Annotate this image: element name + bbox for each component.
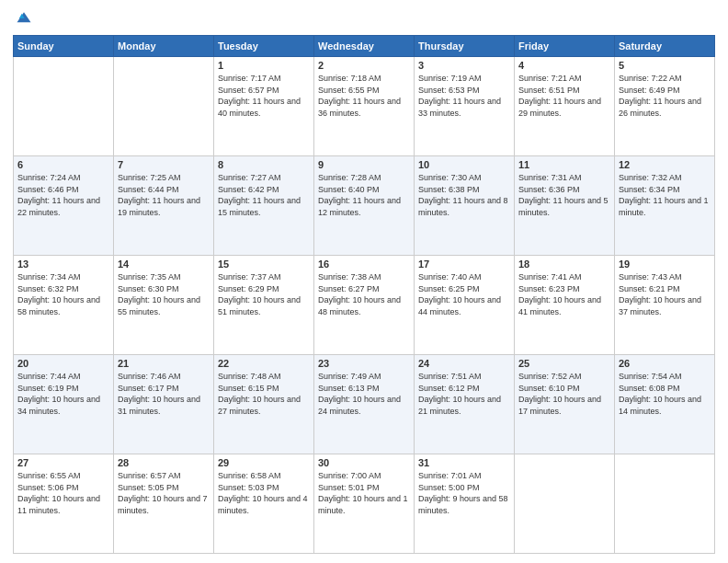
day-info: Sunrise: 7:54 AM Sunset: 6:08 PM Dayligh… bbox=[619, 371, 711, 417]
day-info: Sunrise: 7:34 AM Sunset: 6:32 PM Dayligh… bbox=[17, 271, 109, 317]
calendar-cell: 20Sunrise: 7:44 AM Sunset: 6:19 PM Dayli… bbox=[14, 355, 114, 454]
calendar-cell: 29Sunrise: 6:58 AM Sunset: 5:03 PM Dayli… bbox=[214, 454, 314, 554]
day-number: 12 bbox=[619, 159, 711, 170]
day-of-week-header: Sunday bbox=[14, 36, 114, 57]
day-info: Sunrise: 7:37 AM Sunset: 6:29 PM Dayligh… bbox=[218, 271, 310, 317]
day-number: 30 bbox=[318, 457, 410, 468]
day-info: Sunrise: 7:31 AM Sunset: 6:36 PM Dayligh… bbox=[518, 172, 610, 218]
day-number: 18 bbox=[518, 259, 610, 270]
calendar-cell: 4Sunrise: 7:21 AM Sunset: 6:51 PM Daylig… bbox=[515, 57, 615, 156]
day-number: 24 bbox=[418, 358, 510, 369]
day-info: Sunrise: 7:51 AM Sunset: 6:12 PM Dayligh… bbox=[418, 371, 510, 417]
day-info: Sunrise: 7:40 AM Sunset: 6:25 PM Dayligh… bbox=[418, 271, 510, 317]
day-number: 23 bbox=[318, 358, 410, 369]
day-info: Sunrise: 7:52 AM Sunset: 6:10 PM Dayligh… bbox=[518, 371, 610, 417]
day-info: Sunrise: 7:43 AM Sunset: 6:21 PM Dayligh… bbox=[619, 271, 711, 317]
day-number: 29 bbox=[218, 457, 310, 468]
day-number: 27 bbox=[17, 457, 109, 468]
day-info: Sunrise: 6:55 AM Sunset: 5:06 PM Dayligh… bbox=[17, 470, 109, 516]
page: SundayMondayTuesdayWednesdayThursdayFrid… bbox=[0, 0, 728, 563]
day-of-week-header: Saturday bbox=[615, 36, 715, 57]
calendar-header-row: SundayMondayTuesdayWednesdayThursdayFrid… bbox=[14, 36, 715, 57]
day-info: Sunrise: 7:44 AM Sunset: 6:19 PM Dayligh… bbox=[17, 371, 109, 417]
day-info: Sunrise: 7:48 AM Sunset: 6:15 PM Dayligh… bbox=[218, 371, 310, 417]
day-info: Sunrise: 6:58 AM Sunset: 5:03 PM Dayligh… bbox=[218, 470, 310, 516]
calendar-cell bbox=[114, 57, 214, 156]
day-of-week-header: Wednesday bbox=[314, 36, 415, 57]
calendar-week-row: 20Sunrise: 7:44 AM Sunset: 6:19 PM Dayli… bbox=[14, 355, 715, 454]
day-number: 8 bbox=[218, 159, 310, 170]
day-info: Sunrise: 7:27 AM Sunset: 6:42 PM Dayligh… bbox=[218, 172, 310, 218]
day-info: Sunrise: 7:18 AM Sunset: 6:55 PM Dayligh… bbox=[318, 73, 410, 119]
calendar-cell: 25Sunrise: 7:52 AM Sunset: 6:10 PM Dayli… bbox=[515, 355, 615, 454]
calendar-cell: 30Sunrise: 7:00 AM Sunset: 5:01 PM Dayli… bbox=[314, 454, 415, 554]
day-info: Sunrise: 7:41 AM Sunset: 6:23 PM Dayligh… bbox=[518, 271, 610, 317]
day-number: 20 bbox=[17, 358, 109, 369]
calendar-cell: 28Sunrise: 6:57 AM Sunset: 5:05 PM Dayli… bbox=[114, 454, 214, 554]
logo bbox=[13, 9, 33, 28]
day-number: 14 bbox=[118, 259, 210, 270]
day-number: 17 bbox=[418, 259, 510, 270]
day-info: Sunrise: 7:00 AM Sunset: 5:01 PM Dayligh… bbox=[318, 470, 410, 516]
day-info: Sunrise: 7:22 AM Sunset: 6:49 PM Dayligh… bbox=[619, 73, 711, 119]
day-number: 6 bbox=[17, 159, 109, 170]
calendar-cell: 26Sunrise: 7:54 AM Sunset: 6:08 PM Dayli… bbox=[615, 355, 715, 454]
day-number: 5 bbox=[619, 60, 711, 71]
calendar-cell: 1Sunrise: 7:17 AM Sunset: 6:57 PM Daylig… bbox=[214, 57, 314, 156]
day-of-week-header: Thursday bbox=[415, 36, 515, 57]
day-info: Sunrise: 7:01 AM Sunset: 5:00 PM Dayligh… bbox=[418, 470, 510, 516]
calendar-cell: 13Sunrise: 7:34 AM Sunset: 6:32 PM Dayli… bbox=[14, 256, 114, 355]
calendar-table: SundayMondayTuesdayWednesdayThursdayFrid… bbox=[13, 35, 715, 554]
day-info: Sunrise: 7:35 AM Sunset: 6:30 PM Dayligh… bbox=[118, 271, 210, 317]
calendar-cell: 24Sunrise: 7:51 AM Sunset: 6:12 PM Dayli… bbox=[415, 355, 515, 454]
day-number: 25 bbox=[518, 358, 610, 369]
calendar-cell: 16Sunrise: 7:38 AM Sunset: 6:27 PM Dayli… bbox=[314, 256, 415, 355]
day-number: 2 bbox=[318, 60, 410, 71]
day-info: Sunrise: 7:30 AM Sunset: 6:38 PM Dayligh… bbox=[418, 172, 510, 218]
day-info: Sunrise: 7:19 AM Sunset: 6:53 PM Dayligh… bbox=[418, 73, 510, 119]
calendar-cell: 17Sunrise: 7:40 AM Sunset: 6:25 PM Dayli… bbox=[415, 256, 515, 355]
day-number: 7 bbox=[118, 159, 210, 170]
calendar-cell: 9Sunrise: 7:28 AM Sunset: 6:40 PM Daylig… bbox=[314, 156, 415, 256]
calendar-cell: 31Sunrise: 7:01 AM Sunset: 5:00 PM Dayli… bbox=[415, 454, 515, 554]
calendar-cell: 10Sunrise: 7:30 AM Sunset: 6:38 PM Dayli… bbox=[415, 156, 515, 256]
day-info: Sunrise: 7:24 AM Sunset: 6:46 PM Dayligh… bbox=[17, 172, 109, 218]
calendar-cell: 6Sunrise: 7:24 AM Sunset: 6:46 PM Daylig… bbox=[14, 156, 114, 256]
day-number: 3 bbox=[418, 60, 510, 71]
day-number: 4 bbox=[518, 60, 610, 71]
day-info: Sunrise: 7:46 AM Sunset: 6:17 PM Dayligh… bbox=[118, 371, 210, 417]
day-info: Sunrise: 7:32 AM Sunset: 6:34 PM Dayligh… bbox=[619, 172, 711, 218]
day-info: Sunrise: 7:38 AM Sunset: 6:27 PM Dayligh… bbox=[318, 271, 410, 317]
day-number: 22 bbox=[218, 358, 310, 369]
day-of-week-header: Tuesday bbox=[214, 36, 314, 57]
day-number: 26 bbox=[619, 358, 711, 369]
calendar-cell: 21Sunrise: 7:46 AM Sunset: 6:17 PM Dayli… bbox=[114, 355, 214, 454]
calendar-cell: 23Sunrise: 7:49 AM Sunset: 6:13 PM Dayli… bbox=[314, 355, 415, 454]
calendar-cell: 3Sunrise: 7:19 AM Sunset: 6:53 PM Daylig… bbox=[415, 57, 515, 156]
calendar-cell: 15Sunrise: 7:37 AM Sunset: 6:29 PM Dayli… bbox=[214, 256, 314, 355]
day-info: Sunrise: 7:28 AM Sunset: 6:40 PM Dayligh… bbox=[318, 172, 410, 218]
day-info: Sunrise: 7:17 AM Sunset: 6:57 PM Dayligh… bbox=[218, 73, 310, 119]
day-number: 9 bbox=[318, 159, 410, 170]
logo-icon bbox=[15, 9, 33, 28]
calendar-cell: 2Sunrise: 7:18 AM Sunset: 6:55 PM Daylig… bbox=[314, 57, 415, 156]
day-number: 10 bbox=[418, 159, 510, 170]
day-number: 28 bbox=[118, 457, 210, 468]
calendar-week-row: 1Sunrise: 7:17 AM Sunset: 6:57 PM Daylig… bbox=[14, 57, 715, 156]
calendar-cell: 22Sunrise: 7:48 AM Sunset: 6:15 PM Dayli… bbox=[214, 355, 314, 454]
calendar-week-row: 6Sunrise: 7:24 AM Sunset: 6:46 PM Daylig… bbox=[14, 156, 715, 256]
calendar-week-row: 13Sunrise: 7:34 AM Sunset: 6:32 PM Dayli… bbox=[14, 256, 715, 355]
day-number: 19 bbox=[619, 259, 711, 270]
day-info: Sunrise: 7:49 AM Sunset: 6:13 PM Dayligh… bbox=[318, 371, 410, 417]
calendar-cell: 27Sunrise: 6:55 AM Sunset: 5:06 PM Dayli… bbox=[14, 454, 114, 554]
calendar-cell: 18Sunrise: 7:41 AM Sunset: 6:23 PM Dayli… bbox=[515, 256, 615, 355]
day-info: Sunrise: 7:25 AM Sunset: 6:44 PM Dayligh… bbox=[118, 172, 210, 218]
day-number: 13 bbox=[17, 259, 109, 270]
header bbox=[13, 9, 715, 28]
day-number: 21 bbox=[118, 358, 210, 369]
calendar-cell: 19Sunrise: 7:43 AM Sunset: 6:21 PM Dayli… bbox=[615, 256, 715, 355]
calendar-cell: 7Sunrise: 7:25 AM Sunset: 6:44 PM Daylig… bbox=[114, 156, 214, 256]
day-number: 1 bbox=[218, 60, 310, 71]
day-of-week-header: Friday bbox=[515, 36, 615, 57]
day-info: Sunrise: 7:21 AM Sunset: 6:51 PM Dayligh… bbox=[518, 73, 610, 119]
